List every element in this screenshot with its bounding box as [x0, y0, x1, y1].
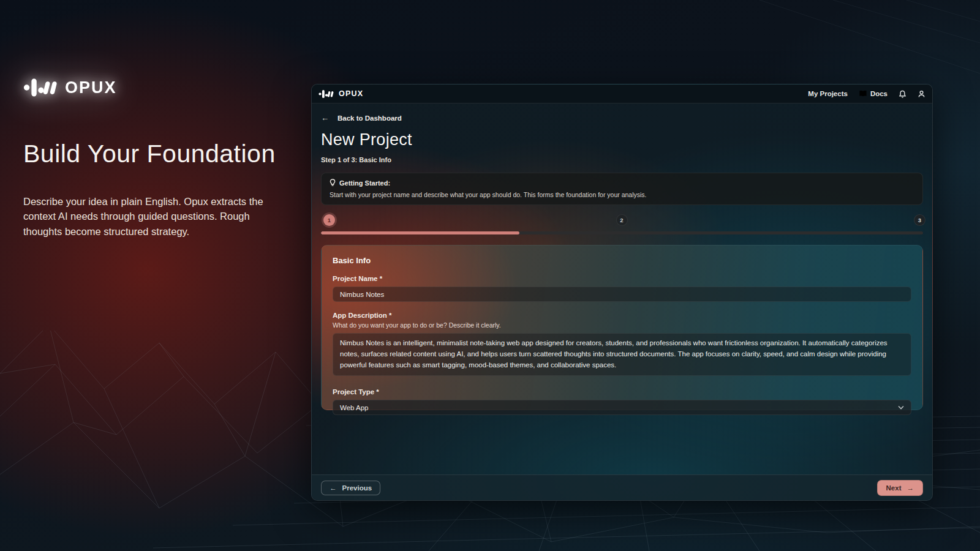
hero-logo: OPUX: [23, 77, 293, 98]
tip-title: Getting Started:: [339, 179, 390, 187]
page-title: New Project: [321, 130, 923, 149]
nav-docs-label: Docs: [870, 90, 888, 97]
arrow-left-icon: ←: [330, 484, 337, 492]
brand-name: OPUX: [65, 78, 117, 97]
back-label: Back to Dashboard: [337, 114, 402, 122]
wireframe-corner: [723, 0, 980, 98]
window-brand-name: OPUX: [339, 89, 363, 98]
wizard-footer: ← Previous Next →: [312, 474, 932, 500]
step-indicator-label: Step 1 of 3: Basic Info: [321, 156, 923, 163]
card-title: Basic Info: [333, 256, 911, 265]
nav-docs[interactable]: Docs: [859, 90, 888, 97]
chevron-down-icon: [898, 405, 904, 410]
tip-title-row: Getting Started:: [330, 179, 914, 187]
tip-body: Start with your project name and describ…: [330, 191, 914, 198]
nav-my-projects[interactable]: My Projects: [808, 90, 848, 97]
project-name-label: Project Name *: [333, 275, 911, 282]
project-name-input[interactable]: [333, 287, 911, 302]
project-type-select[interactable]: Web App: [333, 400, 911, 415]
user-icon: [918, 90, 925, 98]
window-header: OPUX My Projects Docs: [312, 84, 932, 103]
step-dot-3[interactable]: 3: [914, 214, 925, 226]
app-description-label: App Description *: [333, 312, 911, 319]
app-description-textarea[interactable]: Nimbus Notes is an intelligent, minimali…: [333, 333, 911, 376]
progress-bar-track: [321, 231, 923, 234]
app-description-help: What do you want your app to do or be? D…: [333, 321, 911, 329]
progress-fill: [321, 231, 519, 234]
basic-info-card: Basic Info Project Name * App Descriptio…: [321, 245, 923, 410]
project-type-value: Web App: [340, 404, 368, 411]
hero-heading: Build Your Foundation: [23, 140, 293, 168]
book-icon: [859, 90, 867, 97]
hero-panel: OPUX Build Your Foundation Describe your…: [23, 77, 293, 239]
window-body: ← Back to Dashboard New Project Step 1 o…: [312, 113, 932, 410]
previous-button[interactable]: ← Previous: [321, 481, 380, 495]
app-window: OPUX My Projects Docs: [311, 84, 933, 501]
account-button[interactable]: [918, 90, 925, 98]
hero-description: Describe your idea in plain English. Opu…: [23, 194, 287, 239]
opux-logo-icon: [318, 89, 334, 99]
back-to-dashboard-link[interactable]: ← Back to Dashboard: [321, 113, 923, 122]
previous-label: Previous: [342, 484, 372, 492]
getting-started-tip: Getting Started: Start with your project…: [321, 173, 923, 205]
bell-icon: [899, 90, 907, 98]
lightbulb-icon: [330, 179, 336, 187]
window-nav: My Projects Docs: [808, 90, 925, 98]
project-type-label: Project Type *: [333, 388, 911, 395]
step-dot-2[interactable]: 2: [616, 214, 628, 226]
window-brand[interactable]: OPUX: [318, 89, 363, 99]
arrow-right-icon: →: [907, 484, 914, 492]
wizard-steps: 1 2 3: [321, 214, 923, 227]
notifications-button[interactable]: [899, 90, 907, 98]
step-dot-1[interactable]: 1: [323, 214, 335, 226]
arrow-left-icon: ←: [321, 113, 329, 122]
next-label: Next: [886, 484, 902, 492]
opux-logo-icon: [23, 77, 59, 98]
next-button[interactable]: Next →: [877, 480, 923, 496]
